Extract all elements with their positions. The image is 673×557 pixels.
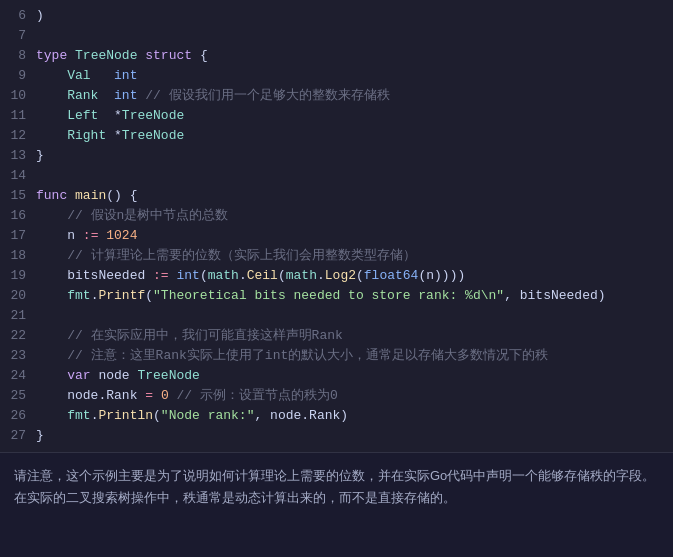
code-editor: 6 ) 7 8 type TreeNode struct { 9 Val int…	[0, 0, 673, 452]
code-text: }	[36, 426, 673, 446]
code-text: fmt.Println("Node rank:", node.Rank)	[36, 406, 673, 426]
code-line-26: 26 fmt.Println("Node rank:", node.Rank)	[0, 406, 673, 426]
code-text: // 计算理论上需要的位数（实际上我们会用整数类型存储）	[36, 246, 673, 266]
line-number: 22	[0, 326, 36, 346]
line-number: 13	[0, 146, 36, 166]
code-line-16: 16 // 假设n是树中节点的总数	[0, 206, 673, 226]
line-number: 6	[0, 6, 36, 26]
code-line-21: 21	[0, 306, 673, 326]
code-text: // 假设n是树中节点的总数	[36, 206, 673, 226]
description-line-1: 请注意，这个示例主要是为了说明如何计算理论上需要的位数，并在实际Go代码中声明一…	[14, 465, 659, 487]
code-text: // 注意：这里Rank实际上使用了int的默认大小，通常足以存储大多数情况下的…	[36, 346, 673, 366]
code-line-10: 10 Rank int // 假设我们用一个足够大的整数来存储秩	[0, 86, 673, 106]
code-line-14: 14	[0, 166, 673, 186]
code-line-23: 23 // 注意：这里Rank实际上使用了int的默认大小，通常足以存储大多数情…	[0, 346, 673, 366]
code-line-15: 15 func main() {	[0, 186, 673, 206]
code-text: bitsNeeded := int(math.Ceil(math.Log2(fl…	[36, 266, 673, 286]
code-text: }	[36, 146, 673, 166]
line-number: 26	[0, 406, 36, 426]
line-number: 12	[0, 126, 36, 146]
code-line-19: 19 bitsNeeded := int(math.Ceil(math.Log2…	[0, 266, 673, 286]
code-line-17: 17 n := 1024	[0, 226, 673, 246]
description-block: 请注意，这个示例主要是为了说明如何计算理论上需要的位数，并在实际Go代码中声明一…	[0, 452, 673, 521]
line-number: 27	[0, 426, 36, 446]
line-number: 8	[0, 46, 36, 66]
code-text: Left *TreeNode	[36, 106, 673, 126]
code-line-12: 12 Right *TreeNode	[0, 126, 673, 146]
code-text: type TreeNode struct {	[36, 46, 673, 66]
code-text: )	[36, 6, 673, 26]
code-text: n := 1024	[36, 226, 673, 246]
code-line-22: 22 // 在实际应用中，我们可能直接这样声明Rank	[0, 326, 673, 346]
code-text: // 在实际应用中，我们可能直接这样声明Rank	[36, 326, 673, 346]
line-number: 7	[0, 26, 36, 46]
code-text: node.Rank = 0 // 示例：设置节点的秩为0	[36, 386, 673, 406]
code-line-8: 8 type TreeNode struct {	[0, 46, 673, 66]
code-line-7: 7	[0, 26, 673, 46]
line-number: 20	[0, 286, 36, 306]
line-number: 11	[0, 106, 36, 126]
code-line-20: 20 fmt.Printf("Theoretical bits needed t…	[0, 286, 673, 306]
code-line-11: 11 Left *TreeNode	[0, 106, 673, 126]
line-number: 23	[0, 346, 36, 366]
line-number: 9	[0, 66, 36, 86]
line-number: 21	[0, 306, 36, 326]
description-line-2: 在实际的二叉搜索树操作中，秩通常是动态计算出来的，而不是直接存储的。	[14, 487, 659, 509]
code-line-18: 18 // 计算理论上需要的位数（实际上我们会用整数类型存储）	[0, 246, 673, 266]
line-number: 15	[0, 186, 36, 206]
line-number: 19	[0, 266, 36, 286]
line-number: 18	[0, 246, 36, 266]
code-line-13: 13 }	[0, 146, 673, 166]
line-number: 24	[0, 366, 36, 386]
code-line-27: 27 }	[0, 426, 673, 446]
line-number: 25	[0, 386, 36, 406]
line-number: 14	[0, 166, 36, 186]
line-number: 10	[0, 86, 36, 106]
code-line-24: 24 var node TreeNode	[0, 366, 673, 386]
code-text: Val int	[36, 66, 673, 86]
line-number: 16	[0, 206, 36, 226]
code-text: var node TreeNode	[36, 366, 673, 386]
code-line-25: 25 node.Rank = 0 // 示例：设置节点的秩为0	[0, 386, 673, 406]
code-text: Rank int // 假设我们用一个足够大的整数来存储秩	[36, 86, 673, 106]
code-text: Right *TreeNode	[36, 126, 673, 146]
line-number: 17	[0, 226, 36, 246]
code-text: fmt.Printf("Theoretical bits needed to s…	[36, 286, 673, 306]
code-line-6: 6 )	[0, 6, 673, 26]
code-line-9: 9 Val int	[0, 66, 673, 86]
code-text: func main() {	[36, 186, 673, 206]
